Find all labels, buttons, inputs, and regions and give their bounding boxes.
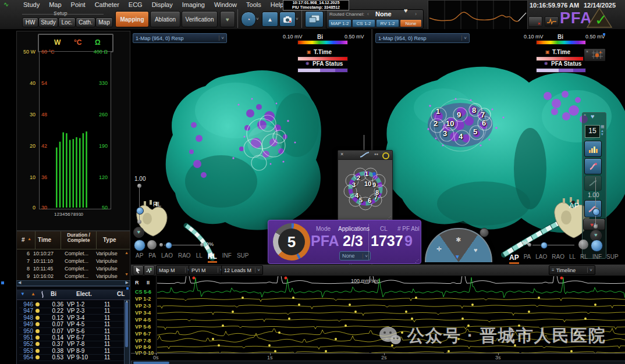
orient-lao[interactable]: LAO <box>161 252 173 260</box>
orient-rao[interactable]: RAO <box>178 252 191 260</box>
menu-display[interactable]: Display <box>152 1 173 8</box>
zoom-slider-left[interactable] <box>139 184 140 221</box>
ablation-row[interactable]: 810:11:45Complet...Varipulse <box>22 266 130 272</box>
col-time[interactable]: Time <box>38 237 51 243</box>
resize-handle-icon[interactable]: ⋰ <box>415 259 419 263</box>
snapshot-button[interactable] <box>279 12 296 27</box>
orient-rao[interactable]: RAO <box>552 254 564 262</box>
favorite-heart-icon[interactable]: ♥ <box>404 7 408 14</box>
col-bi[interactable]: Bi <box>51 291 56 297</box>
fill-slider-left-knob[interactable] <box>159 243 163 247</box>
dial-settings-knob[interactable] <box>480 228 489 237</box>
zoom-slider-top-knob[interactable] <box>137 184 141 188</box>
pfa-status-scale-left[interactable] <box>297 68 348 73</box>
log-hscrollbar[interactable]: ◀ ▶ <box>16 280 130 286</box>
channel-cs12-button[interactable]: CS 1-2 <box>352 19 375 27</box>
points-vscroll-thumb[interactable] <box>125 302 128 347</box>
orient-rl[interactable]: RL <box>208 252 217 260</box>
electrode-number[interactable]: 6 <box>482 119 486 127</box>
setup-map-button[interactable]: Map <box>95 17 113 27</box>
menu-help[interactable]: Help <box>271 1 284 8</box>
menu-tools[interactable]: Tools <box>246 1 261 8</box>
ecg-lead-label[interactable]: VP 8-9 <box>135 344 151 350</box>
electrode-number[interactable]: 7 <box>481 110 485 119</box>
catheter-view-button[interactable] <box>584 158 602 174</box>
orient-inf[interactable]: INF <box>592 254 602 262</box>
mapping-mode-button[interactable]: Mapping <box>115 11 149 27</box>
zoom-slider-right-handle[interactable] <box>592 208 600 216</box>
ablation-mode-button[interactable]: Ablation <box>150 11 180 27</box>
fill-slider-left-handle[interactable] <box>165 242 172 249</box>
ecg-lead-label[interactable]: VP 2-3 <box>135 303 151 309</box>
col-type[interactable]: Type <box>103 237 116 243</box>
ecg-lead-label[interactable]: VP 4-5 <box>135 317 151 323</box>
log-scroll-up-icon[interactable]: ▲ <box>125 251 129 255</box>
rotate-sphere-button-right[interactable] <box>591 240 603 252</box>
ecg-lead-label[interactable]: VP 3-4 <box>135 310 151 316</box>
setup-hw-button[interactable]: HW <box>22 17 38 27</box>
catheter-column-icon[interactable] <box>39 291 46 298</box>
orient-ll[interactable]: LL <box>196 252 203 260</box>
electrode-number[interactable]: 10 <box>446 119 454 128</box>
location-setup-button[interactable]: ◔ <box>241 12 256 27</box>
orient-rl[interactable]: RL <box>580 254 588 262</box>
rotate-sphere-button-left[interactable] <box>134 240 145 251</box>
points-scroll-up-icon[interactable]: ▲ <box>125 299 129 303</box>
dial-pointer-icon[interactable]: ▼ <box>454 254 460 260</box>
orient-sup[interactable]: SUP <box>606 254 619 262</box>
fill-slider-right-knob[interactable] <box>528 243 531 247</box>
inset-titlebar[interactable]: × ●● <box>338 151 392 160</box>
catheter-inset-window[interactable]: × ●● 1 2 3 4 5 6 7 8 9 10 ⋰ <box>338 150 393 221</box>
ecg-traces[interactable] <box>157 276 625 353</box>
zoom-slider-right-track[interactable] <box>595 177 596 225</box>
record-ring-icon[interactable] <box>382 152 389 159</box>
menu-ecg[interactable]: ECG <box>129 1 143 8</box>
ecg-lead-label[interactable]: VP 7-8 <box>135 338 151 344</box>
close-icon[interactable]: × <box>584 113 586 117</box>
histogram-button[interactable] <box>584 141 602 157</box>
view-heart-button-left[interactable]: ♥ <box>133 227 144 238</box>
points-row[interactable]: 9540.53VP 9-1011 <box>19 354 125 361</box>
sort-icon[interactable]: ▲ <box>31 291 35 297</box>
points-row[interactable]: 9470.22VP 2-311 <box>19 308 125 315</box>
ablation-row[interactable]: 710:11:10Complet...Varipulse <box>22 258 130 264</box>
filter-icon[interactable]: ▼ <box>20 291 25 297</box>
orient-sup[interactable]: SUP <box>237 252 249 260</box>
ecg-lead-label[interactable]: II <box>147 280 150 286</box>
col-cl[interactable]: CL <box>117 291 125 297</box>
fill-slider-right-handle[interactable] <box>541 242 548 249</box>
points-row[interactable]: 9530.38VP 8-911 <box>19 348 125 355</box>
ecg-lead-r-label[interactable]: R <box>135 280 139 286</box>
ecg-pointer-tool-button[interactable] <box>133 265 144 276</box>
channel-none-button[interactable]: None <box>400 19 422 27</box>
heart-tool-button[interactable]: ♥ <box>220 11 235 27</box>
bipolar-color-scale-right[interactable] <box>536 40 586 45</box>
close-icon[interactable]: × <box>340 151 343 157</box>
routed-channel-next-icon[interactable]: › <box>415 11 417 17</box>
points-row[interactable]: 9500.07VP 5-611 <box>19 328 125 335</box>
map-selector-right[interactable]: 1-Map (954, 0) Resp˅ <box>375 33 470 43</box>
routed-channel-prev-icon[interactable]: ‹ <box>367 11 369 17</box>
setup-loc-button[interactable]: Loc. <box>58 17 76 27</box>
points-vscrollbar[interactable]: ▲ ▼ <box>124 300 130 364</box>
projection-grid-button[interactable]: × <box>584 48 606 62</box>
gating-down-icon[interactable]: ▼ <box>601 133 604 136</box>
select-wand-icon[interactable]: ✱ <box>456 236 461 244</box>
points-row[interactable]: 9460.36VP 1-211 <box>19 301 125 308</box>
ablation-row[interactable]: 910:16:02Complet...Varipulse <box>22 273 130 279</box>
electrode-number[interactable]: 8 <box>472 106 476 115</box>
zoom-slider-handle[interactable] <box>136 207 144 215</box>
electrode-number[interactable]: 1 <box>436 107 440 116</box>
orient-ap[interactable]: AP <box>509 254 519 262</box>
ecg-lead-label[interactable]: VP 1-2 <box>135 296 151 302</box>
verification-mode-button[interactable]: Verification <box>182 11 218 27</box>
ablation-row[interactable]: 610:10:27Complet...Varipulse <box>22 251 130 256</box>
ecg-preset-map[interactable]: Map M˅ <box>156 265 193 275</box>
ecg-preset-pvi[interactable]: PVI M˅ <box>189 265 226 275</box>
log-scroll-down-icon[interactable]: ▼ <box>125 272 129 276</box>
points-row[interactable]: 9520.37VP 7-811 <box>19 341 125 348</box>
ecg-hscroll-thumb[interactable] <box>133 362 169 364</box>
ecg-lead-label[interactable]: VP 6-7 <box>135 331 151 337</box>
electrode-number[interactable]: 2 <box>434 119 438 128</box>
catheter-loop-view[interactable] <box>338 159 392 220</box>
